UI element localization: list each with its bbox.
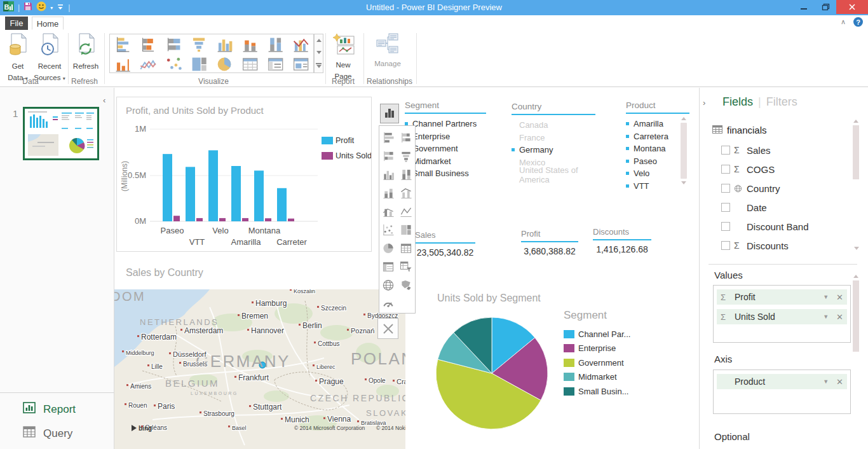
slicer-item[interactable]: Germany xyxy=(512,144,595,156)
slicer-item[interactable]: Canada xyxy=(512,119,595,132)
field-checkbox[interactable] xyxy=(721,222,730,231)
slicer-item[interactable]: Enterprise xyxy=(405,130,486,143)
column-stacked-100-icon[interactable] xyxy=(262,34,288,54)
funnel-icon[interactable] xyxy=(397,147,415,165)
pill-dropdown-icon[interactable]: ▼ xyxy=(823,314,829,320)
slicer-item[interactable]: VTT xyxy=(626,180,689,193)
viz-type-selected-button[interactable] xyxy=(380,104,399,123)
map-globe-icon[interactable] xyxy=(379,276,397,294)
nav-query[interactable]: Query xyxy=(23,426,72,441)
well-pill-units-sold[interactable]: ΣUnits Sold▼✕ xyxy=(717,309,847,324)
slicer-item[interactable]: Channel Partners xyxy=(405,118,486,130)
field-country[interactable]: Country xyxy=(721,182,780,195)
slicer-product[interactable]: Product AmarillaCarreteraMontanaPaseoVel… xyxy=(626,100,689,192)
treemap-icon[interactable] xyxy=(186,54,212,73)
help-icon[interactable]: ? xyxy=(853,17,863,27)
table-filter-icon[interactable] xyxy=(397,258,415,276)
map-visual[interactable]: DOMNETHERLANDSGERMANYPOLANDBELGIUMLUXEMB… xyxy=(114,289,405,449)
tab-fields[interactable]: Fields xyxy=(722,95,753,108)
well-pill-product[interactable]: Product▼✕ xyxy=(717,374,847,389)
pie-chart-icon[interactable] xyxy=(212,54,237,73)
table-grid-icon[interactable] xyxy=(237,54,262,73)
tab-home[interactable]: Home xyxy=(32,17,64,30)
legend-item[interactable]: Channel Par... xyxy=(564,327,630,342)
combo2-icon[interactable] xyxy=(379,202,397,221)
combo-line-icon[interactable] xyxy=(288,34,313,54)
scatter-icon[interactable] xyxy=(379,221,397,239)
values-well[interactable]: ΣProfit▼✕ΣUnits Sold▼✕ xyxy=(713,285,851,343)
pill-remove-icon[interactable]: ✕ xyxy=(836,312,843,322)
gallery-scroll-up-icon[interactable] xyxy=(316,39,322,42)
restore-button[interactable] xyxy=(815,0,836,14)
slicer-item[interactable]: Midmarket xyxy=(405,155,486,168)
matrix-icon[interactable] xyxy=(379,258,397,276)
line-icon[interactable] xyxy=(397,202,415,221)
legend-item[interactable]: Enterprise xyxy=(564,342,630,356)
table-financials[interactable]: financials xyxy=(712,125,767,135)
feedback-smiley-icon[interactable] xyxy=(36,1,46,14)
hundred-stacked-bar-icon[interactable] xyxy=(379,147,397,165)
field-date[interactable]: Date xyxy=(721,201,767,214)
field-discounts[interactable]: ΣDiscounts xyxy=(721,239,789,252)
column-stacked-icon[interactable] xyxy=(237,34,262,54)
legend-item[interactable]: Midmarket xyxy=(564,370,630,385)
card-discounts[interactable]: Discounts 1,416,126.68 xyxy=(593,227,651,254)
table-icon[interactable] xyxy=(397,239,415,258)
app-logo-icon[interactable]: B xyxy=(3,1,14,14)
tab-filters[interactable]: Filters xyxy=(766,95,797,108)
axis-well[interactable]: Product▼✕ xyxy=(713,370,851,414)
customize-qat-icon[interactable] xyxy=(57,2,64,13)
nav-report[interactable]: Report xyxy=(23,402,76,417)
pie-chart-visual[interactable] xyxy=(434,315,550,431)
pie-icon[interactable] xyxy=(379,239,397,258)
page-thumbnail[interactable] xyxy=(23,107,99,160)
smiley-dropdown-icon[interactable]: ▾ xyxy=(50,5,53,11)
bar-stacked-icon[interactable] xyxy=(135,34,161,54)
recent-sources-button[interactable]: Recent Sources ▾ xyxy=(33,33,66,83)
bar-clustered-icon[interactable] xyxy=(110,34,135,54)
slicer-item[interactable]: Montana xyxy=(626,142,689,155)
manage-relationships-button[interactable]: Manage xyxy=(369,33,407,69)
pages-pane-collapse-icon[interactable]: ‹ xyxy=(103,95,105,105)
line-multi-icon[interactable] xyxy=(135,54,161,73)
collapse-ribbon-icon[interactable]: ∧ xyxy=(841,18,846,26)
clustered-column-icon[interactable] xyxy=(379,165,397,184)
field-checkbox[interactable] xyxy=(721,241,730,250)
stacked-column-icon[interactable] xyxy=(379,184,397,202)
slicer-item[interactable]: Government xyxy=(405,142,486,155)
well-pill-profit[interactable]: ΣProfit▼✕ xyxy=(717,289,847,305)
slicer-item[interactable]: Small Business xyxy=(405,167,486,180)
slicer-item[interactable]: Amarilla xyxy=(626,118,689,130)
slicer-item[interactable]: Carretera xyxy=(626,130,689,143)
legend-item[interactable]: Small Busin... xyxy=(564,384,630,399)
save-icon[interactable] xyxy=(24,2,32,13)
field-checkbox[interactable] xyxy=(721,184,730,193)
gallery-more-icon[interactable] xyxy=(316,63,322,68)
stacked-bar-icon[interactable] xyxy=(397,128,415,147)
gallery-scroll-down-icon[interactable] xyxy=(316,51,322,54)
bar-chart-visual[interactable]: Profit, and Units Sold by Product0M0.5M1… xyxy=(116,97,372,252)
refresh-button[interactable]: Refresh xyxy=(70,33,102,71)
field-cogs[interactable]: ΣCOGS xyxy=(721,163,775,176)
field-sales[interactable]: ΣSales xyxy=(721,144,771,156)
funnel-icon[interactable] xyxy=(186,34,212,54)
slicer-item[interactable]: United States of America xyxy=(512,169,595,181)
gauge-icon[interactable] xyxy=(379,294,397,313)
matrix-rows-icon[interactable] xyxy=(262,54,288,73)
visual-close-button[interactable] xyxy=(377,318,398,339)
close-button[interactable] xyxy=(836,0,868,14)
combo-icon[interactable] xyxy=(397,184,415,202)
slicer-item[interactable]: Paseo xyxy=(626,155,689,168)
field-checkbox[interactable] xyxy=(721,146,730,155)
minimize-button[interactable] xyxy=(793,0,815,14)
slicer-scrollbar[interactable] xyxy=(681,117,687,193)
new-page-button[interactable]: New Page xyxy=(327,33,360,81)
slicer-segment[interactable]: Segment Channel PartnersEnterpriseGovern… xyxy=(405,100,486,180)
scatter-multi-icon[interactable] xyxy=(161,54,186,73)
bar-stacked-100-icon[interactable] xyxy=(161,34,186,54)
slicer-item[interactable]: France xyxy=(512,132,595,144)
wells-scrollbar[interactable] xyxy=(853,275,859,364)
treemap-icon[interactable] xyxy=(397,221,415,239)
field-checkbox[interactable] xyxy=(721,203,730,212)
legend-item[interactable]: Government xyxy=(564,356,630,370)
